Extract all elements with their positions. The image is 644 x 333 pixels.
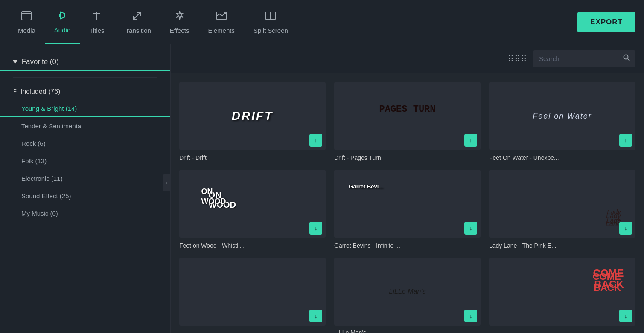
nav-audio-label: Audio xyxy=(54,26,70,34)
audio-icon xyxy=(56,9,68,24)
grid-view-icon[interactable]: ⠿⠿⠿ xyxy=(508,54,527,64)
grid-item-drift-drift[interactable]: ↓ Drift - Drift xyxy=(175,78,330,165)
track-title-bottom2: LiLLe Man's xyxy=(334,329,481,333)
nav-titles-label: Titles xyxy=(89,27,104,34)
download-badge-bottom1[interactable]: ↓ xyxy=(309,310,322,322)
download-badge-drift-pages[interactable]: ↓ xyxy=(464,134,477,147)
content-grid: ↓ Drift - Drift ↓ Drift - Pages Turn ↓ F… xyxy=(171,73,644,333)
sidebar-item-folk[interactable]: Folk (13) xyxy=(0,152,170,170)
grid-item-feet-wood[interactable]: ONWOOD ↓ Feet on Wood - Whistli... xyxy=(175,165,330,253)
search-button[interactable] xyxy=(618,50,635,67)
download-badge-feet-water[interactable]: ↓ xyxy=(619,134,632,147)
sidebar-item-sound-effect[interactable]: Sound Effect (25) xyxy=(0,187,170,205)
download-badge-bottom2[interactable]: ↓ xyxy=(464,310,477,322)
media-icon xyxy=(20,10,32,24)
download-badge-bottom3[interactable]: ↓ xyxy=(619,310,632,322)
content-area: ⠿⠿⠿ ↓ Drift - Drift xyxy=(171,44,644,333)
thumbnail-feet-water: ↓ xyxy=(489,82,635,150)
main-layout: ♥ Favorite (0) ⠿ Included (76) Young & B… xyxy=(0,44,644,333)
included-header: ⠿ Included (76) xyxy=(0,84,170,100)
nav-elements-label: Elements xyxy=(208,27,235,34)
included-label: Included (76) xyxy=(20,88,60,96)
thumbnail-drift-drift: ↓ xyxy=(179,82,326,150)
grid-item-feet-water[interactable]: ↓ Feet On Water - Unexpe... xyxy=(485,78,640,165)
nav-elements[interactable]: Elements xyxy=(198,0,244,44)
svg-point-10 xyxy=(624,55,628,59)
sidebar: ♥ Favorite (0) ⠿ Included (76) Young & B… xyxy=(0,44,171,333)
divider-1 xyxy=(13,77,157,78)
svg-line-11 xyxy=(628,59,630,61)
thumbnail-bottom2: ↓ xyxy=(334,258,481,326)
search-input[interactable] xyxy=(533,52,618,66)
track-title-feet-water: Feet On Water - Unexpe... xyxy=(489,154,635,161)
nav-split-screen-label: Split Screen xyxy=(254,27,288,34)
export-button[interactable]: EXPORT xyxy=(577,12,635,32)
grid-item-lady-lane[interactable]: LadyLane ↓ Lady Lane - The Pink E... xyxy=(485,165,640,253)
thumbnail-bottom1: ↓ xyxy=(179,258,326,326)
elements-icon xyxy=(216,10,227,24)
effects-icon xyxy=(174,10,186,24)
download-badge-drift-drift[interactable]: ↓ xyxy=(309,134,322,147)
favorite-label: Favorite (0) xyxy=(22,58,59,66)
nav-media[interactable]: Media xyxy=(9,0,45,44)
favorite-header[interactable]: ♥ Favorite (0) xyxy=(0,53,170,71)
nav-audio[interactable]: Audio xyxy=(45,0,80,44)
download-badge-garret[interactable]: ↓ xyxy=(464,222,477,235)
sidebar-item-my-music[interactable]: My Music (0) xyxy=(0,205,170,222)
svg-rect-0 xyxy=(22,12,31,20)
search-bar xyxy=(533,50,635,67)
download-badge-feet-wood[interactable]: ↓ xyxy=(309,222,322,235)
nav-split-screen[interactable]: Split Screen xyxy=(244,0,297,44)
grid-item-drift-pages[interactable]: ↓ Drift - Pages Turn xyxy=(330,78,485,165)
track-title-garret: Garret Bevins - Infinite ... xyxy=(334,242,481,249)
sidebar-item-tender[interactable]: Tender & Sentimental xyxy=(0,117,170,135)
sidebar-item-electronic[interactable]: Electronic (11) xyxy=(0,170,170,187)
content-toolbar: ⠿⠿⠿ xyxy=(171,44,644,73)
sidebar-item-rock[interactable]: Rock (6) xyxy=(0,135,170,152)
top-nav: Media Audio Titles xyxy=(0,0,644,44)
grid-item-bottom3[interactable]: COMEBACK ↓ xyxy=(485,253,640,333)
heart-icon: ♥ xyxy=(13,57,17,66)
thumbnail-bottom3: COMEBACK ↓ xyxy=(489,258,635,326)
thumbnail-feet-wood: ONWOOD ↓ xyxy=(179,170,326,238)
sidebar-collapse-arrow[interactable]: ‹ xyxy=(163,174,170,191)
nav-effects[interactable]: Effects xyxy=(160,0,199,44)
thumbnail-lady-lane: LadyLane ↓ xyxy=(489,170,635,238)
sidebar-item-young-bright[interactable]: Young & Bright (14) xyxy=(0,100,170,117)
svg-point-7 xyxy=(224,13,225,14)
grid-item-garret[interactable]: ↓ Garret Bevins - Infinite ... xyxy=(330,165,485,253)
track-title-lady-lane: Lady Lane - The Pink E... xyxy=(489,242,635,249)
track-title-feet-wood: Feet on Wood - Whistli... xyxy=(179,242,326,249)
grid-icon: ⠿ xyxy=(13,88,17,95)
download-badge-lady-lane[interactable]: ↓ xyxy=(619,222,632,235)
nav-media-label: Media xyxy=(18,27,35,34)
nav-transition[interactable]: Transition xyxy=(114,0,160,44)
titles-icon xyxy=(91,10,103,24)
grid-item-bottom2[interactable]: ↓ LiLLe Man's xyxy=(330,253,485,333)
nav-titles[interactable]: Titles xyxy=(80,0,114,44)
track-title-drift-pages: Drift - Pages Turn xyxy=(334,154,481,161)
transition-icon xyxy=(131,10,143,24)
track-title-drift-drift: Drift - Drift xyxy=(179,154,326,161)
thumbnail-drift-pages: ↓ xyxy=(334,82,481,150)
split-screen-icon xyxy=(265,10,277,24)
nav-transition-label: Transition xyxy=(123,27,151,34)
thumbnail-garret: ↓ xyxy=(334,170,481,238)
grid-item-bottom1[interactable]: ↓ xyxy=(175,253,330,333)
nav-effects-label: Effects xyxy=(170,27,189,34)
